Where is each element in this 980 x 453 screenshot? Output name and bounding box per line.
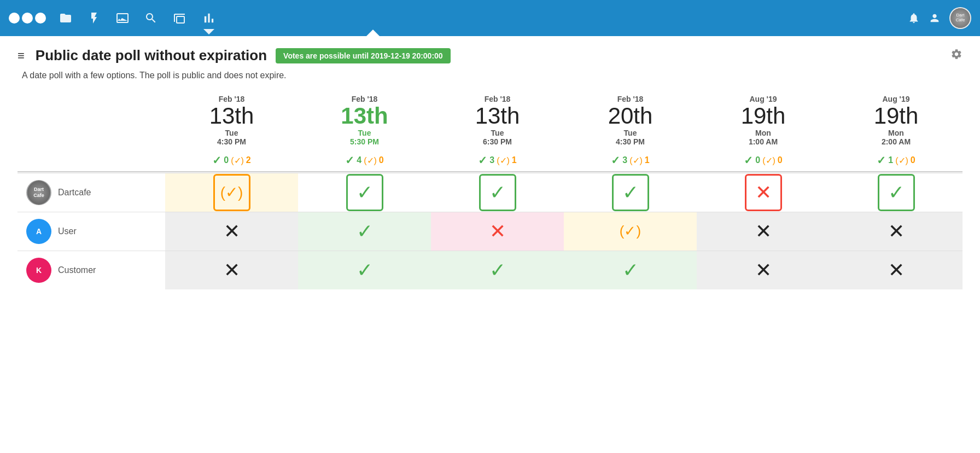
- photos-icon[interactable]: [116, 11, 129, 25]
- search-icon[interactable]: [144, 11, 158, 25]
- logo-circle-2: [22, 13, 33, 24]
- dartcafe-avatar: DartCafe: [26, 180, 51, 205]
- vote-count-col-6: ✓ 1 (✓) 0: [830, 149, 962, 172]
- activity-icon[interactable]: [88, 11, 101, 25]
- user-avatar[interactable]: DartCafe: [949, 7, 971, 29]
- date-col-4: Feb '18 20th Tue 4:30 PM: [564, 91, 697, 149]
- customer-vote-1[interactable]: ✕: [165, 251, 298, 289]
- user-name-cell-dartcafe: DartCafe Dartcafe: [18, 173, 165, 212]
- poll-description: A date poll with a few options. The poll…: [18, 71, 962, 80]
- poll-table: Feb '18 13th Tue 4:30 PM Feb '18 13th Tu…: [18, 91, 962, 289]
- nav-active-indicator: [366, 30, 380, 36]
- avatar-text: DartCafe: [950, 8, 970, 28]
- user-vote-3[interactable]: ✕: [431, 212, 564, 251]
- logo-circle-1: [9, 13, 20, 24]
- user-name-label: User: [58, 226, 77, 236]
- user-vote-2[interactable]: ✓: [298, 212, 431, 251]
- user-avatar-a: A: [26, 219, 51, 244]
- poll-header: ≡ Public date poll without expiration Vo…: [18, 47, 962, 64]
- contacts-icon[interactable]: [929, 12, 941, 24]
- dartcafe-vote-6[interactable]: ✓: [830, 173, 962, 212]
- user-vote-6[interactable]: ✕: [830, 212, 962, 251]
- poll-title: Public date poll without expiration: [36, 47, 267, 64]
- hamburger-menu[interactable]: ≡: [18, 49, 25, 63]
- main-content: ≡ Public date poll without expiration Vo…: [0, 36, 980, 300]
- customer-avatar: K: [26, 258, 51, 283]
- dartcafe-vote-1[interactable]: (✓): [165, 173, 298, 212]
- nav-icons: [59, 10, 908, 26]
- logo-circle-3: [35, 13, 46, 24]
- date-col-3: Feb '18 13th Tue 6:30 PM: [431, 91, 564, 149]
- vote-counts-row: ✓ 0 (✓) 2 ✓ 4 (✓) 0: [18, 149, 962, 172]
- vote-count-col-4: ✓ 3 (✓) 1: [564, 149, 697, 172]
- user-vote-1[interactable]: ✕: [165, 212, 298, 251]
- dartcafe-vote-4[interactable]: ✓: [564, 173, 697, 212]
- user-row-dartcafe: DartCafe Dartcafe (✓) ✓ ✓: [18, 173, 962, 212]
- customer-vote-5[interactable]: ✕: [697, 251, 830, 289]
- dartcafe-vote-2[interactable]: ✓: [298, 173, 431, 212]
- customer-vote-6[interactable]: ✕: [830, 251, 962, 289]
- settings-icon[interactable]: [950, 48, 962, 63]
- navbar: DartCafe: [0, 0, 980, 36]
- dartcafe-vote-3[interactable]: ✓: [431, 173, 564, 212]
- date-col-6: Aug '19 19th Mon 2:00 AM: [830, 91, 962, 149]
- user-name-cell-user: A User: [18, 212, 165, 251]
- user-vote-5[interactable]: ✕: [697, 212, 830, 251]
- files-icon[interactable]: [59, 11, 72, 25]
- user-vote-4[interactable]: (✓): [564, 212, 697, 251]
- customer-name-label: Customer: [58, 265, 96, 275]
- app-logo[interactable]: [9, 13, 46, 24]
- polls-icon[interactable]: [201, 10, 217, 26]
- top-navigation: DartCafe: [0, 0, 980, 36]
- dartcafe-name: Dartcafe: [58, 188, 91, 198]
- dartcafe-vote-5[interactable]: ✕: [697, 173, 830, 212]
- notifications-icon[interactable]: [908, 12, 920, 24]
- user-row-customer: K Customer ✕ ✓ ✓ ✓: [18, 251, 962, 289]
- vote-count-col-3: ✓ 3 (✓) 1: [431, 149, 564, 172]
- date-col-2: Feb '18 13th Tue 5:30 PM: [298, 91, 431, 149]
- nav-right-controls: DartCafe: [908, 7, 971, 29]
- customer-vote-4[interactable]: ✓: [564, 251, 697, 289]
- name-column-header: [18, 91, 165, 149]
- vote-count-col-1: ✓ 0 (✓) 2: [165, 149, 298, 172]
- expiry-badge: Votes are possible until 2019-12-19 20:0…: [276, 48, 451, 63]
- customer-vote-2[interactable]: ✓: [298, 251, 431, 289]
- vote-count-col-2: ✓ 4 (✓) 0: [298, 149, 431, 172]
- customer-vote-3[interactable]: ✓: [431, 251, 564, 289]
- date-col-5: Aug '19 19th Mon 1:00 AM: [697, 91, 830, 149]
- vote-count-col-5: ✓ 0 (✓) 0: [697, 149, 830, 172]
- user-row-user: A User ✕ ✓ ✕ (✓): [18, 212, 962, 251]
- date-header-row: Feb '18 13th Tue 4:30 PM Feb '18 13th Tu…: [18, 91, 962, 149]
- deck-icon[interactable]: [173, 11, 186, 25]
- date-col-1: Feb '18 13th Tue 4:30 PM: [165, 91, 298, 149]
- user-name-cell-customer: K Customer: [18, 251, 165, 289]
